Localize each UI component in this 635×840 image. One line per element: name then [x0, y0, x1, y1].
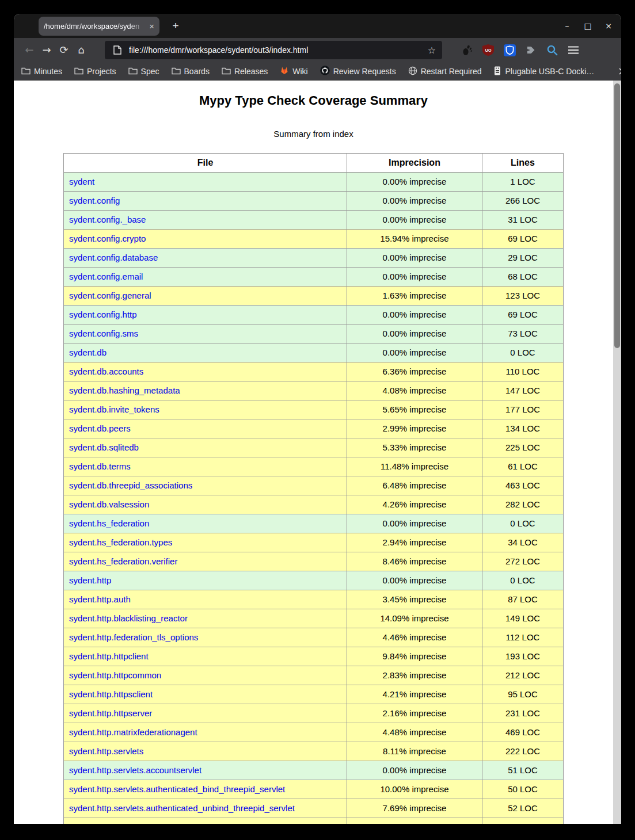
file-link[interactable]: sydent.db.accounts — [69, 366, 143, 376]
file-link[interactable]: sydent.db.threepid_associations — [69, 480, 192, 490]
imprecision-cell: 0.00% imprecise — [347, 343, 482, 362]
bookmark-item[interactable]: Plugable USB-C Docki… — [493, 66, 594, 77]
table-row: sydent.hs_federation.verifier 8.46% impr… — [64, 552, 564, 571]
file-link[interactable]: sydent.http.auth — [69, 594, 131, 604]
close-button[interactable]: × — [604, 21, 613, 30]
table-row: sydent.db.terms 11.48% imprecise 61 LOC — [64, 457, 564, 476]
tab-close-icon[interactable]: × — [149, 21, 154, 31]
url-bar[interactable]: file:///home/dmr/workspace/sydent/out3/i… — [105, 41, 442, 59]
title-bar: /home/dmr/workspace/syden × + – □ × — [14, 14, 621, 38]
bookmarks-overflow-icon[interactable] — [618, 65, 621, 78]
imprecision-cell: 0.00% imprecise — [347, 761, 482, 780]
home-icon[interactable]: ⌂ — [73, 41, 90, 59]
forward-icon[interactable]: → — [38, 41, 55, 59]
file-link[interactable]: sydent.http.matrixfederationagent — [69, 727, 197, 737]
bookmark-item[interactable]: Releases — [222, 67, 268, 77]
minimize-button[interactable]: – — [562, 21, 572, 30]
vertical-scrollbar[interactable] — [613, 81, 621, 824]
file-link[interactable]: sydent.db.valsession — [69, 499, 149, 509]
lines-cell: 50 LOC — [482, 780, 564, 799]
file-link[interactable]: sydent — [69, 177, 94, 186]
file-link[interactable]: sydent.db.peers — [69, 423, 131, 433]
file-link[interactable]: sydent.http.servlets.blindlysignstuffser… — [69, 822, 228, 824]
file-link[interactable]: sydent.http.httpsclient — [69, 689, 153, 699]
search-icon[interactable] — [546, 44, 558, 56]
file-link[interactable]: sydent.config.email — [69, 272, 143, 281]
bitwarden-icon[interactable] — [503, 44, 516, 56]
bookmark-label: Projects — [87, 67, 116, 76]
file-link[interactable]: sydent.http.httpcommon — [69, 670, 161, 680]
bookmark-label: Boards — [184, 67, 210, 76]
bookmark-item[interactable]: Boards — [172, 67, 210, 77]
back-icon[interactable]: ← — [21, 41, 38, 59]
coverage-table: File Imprecision Lines sydent 0.00% impr… — [63, 153, 564, 824]
file-link[interactable]: sydent.http.servlets.accountservlet — [69, 765, 201, 775]
table-row: sydent.db.peers 2.99% imprecise 134 LOC — [64, 419, 564, 438]
bookmark-item[interactable]: Review Requests — [320, 66, 396, 77]
imprecision-cell: 4.08% imprecise — [347, 381, 482, 400]
menu-icon[interactable] — [567, 44, 580, 56]
scrollbar-thumb[interactable] — [614, 83, 620, 348]
new-tab-button[interactable]: + — [168, 18, 183, 33]
lines-cell: 463 LOC — [482, 476, 564, 495]
table-row: sydent.db.sqlitedb 5.33% imprecise 225 L… — [64, 438, 564, 457]
reload-icon[interactable]: ⟳ — [55, 41, 73, 59]
bookmark-item[interactable]: Minutes — [21, 67, 62, 77]
file-link[interactable]: sydent.config — [69, 196, 120, 205]
file-link[interactable]: sydent.http.federation_tls_options — [69, 632, 198, 642]
extension-toolbar: UO — [461, 44, 580, 56]
file-link[interactable]: sydent.hs_federation.types — [69, 537, 172, 547]
file-link[interactable]: sydent.hs_federation — [69, 518, 149, 528]
folder-icon — [172, 67, 181, 77]
table-row: sydent.db.threepid_associations 6.48% im… — [64, 476, 564, 495]
table-row: sydent.http.federation_tls_options 4.46%… — [64, 628, 564, 647]
file-link[interactable]: sydent.db.terms — [69, 461, 131, 471]
file-link[interactable]: sydent.http.servlets.authenticated_unbin… — [69, 803, 295, 813]
file-link[interactable]: sydent.db — [69, 348, 107, 357]
file-link[interactable]: sydent.db.invite_tokens — [69, 404, 159, 414]
file-link[interactable]: sydent.config.crypto — [69, 234, 146, 243]
file-link[interactable]: sydent.http.httpserver — [69, 708, 152, 718]
lines-cell: 177 LOC — [482, 400, 564, 419]
ublock-origin-icon[interactable]: UO — [482, 44, 495, 56]
bookmark-star-icon[interactable]: ☆ — [428, 45, 436, 56]
bookmark-item[interactable]: Restart Required — [408, 66, 482, 77]
lines-cell: 69 LOC — [482, 230, 564, 249]
imprecision-cell: 4.26% imprecise — [347, 495, 482, 514]
table-row: sydent.db 0.00% imprecise 0 LOC — [64, 343, 564, 362]
plasma-integration-icon[interactable] — [524, 44, 537, 56]
file-link[interactable]: sydent.hs_federation.verifier — [69, 556, 177, 566]
file-link[interactable]: sydent.http.blacklisting_reactor — [69, 613, 188, 623]
imprecision-cell: 4.46% imprecise — [347, 628, 482, 647]
file-link[interactable]: sydent.http.servlets.authenticated_bind_… — [69, 784, 285, 794]
file-link[interactable]: sydent.config.sms — [69, 329, 138, 338]
table-row: sydent.db.invite_tokens 5.65% imprecise … — [64, 400, 564, 419]
bookmark-label: Review Requests — [333, 67, 396, 76]
bookmark-item[interactable]: Projects — [74, 67, 116, 77]
gnome-foot-icon[interactable] — [461, 44, 473, 56]
file-link[interactable]: sydent.config.http — [69, 310, 137, 319]
table-row: sydent.http.servlets 8.11% imprecise 222… — [64, 742, 564, 761]
file-link[interactable]: sydent.http.httpclient — [69, 651, 149, 661]
file-link[interactable]: sydent.http — [69, 575, 111, 585]
imprecision-cell: 4.48% imprecise — [347, 723, 482, 742]
dock-icon — [493, 66, 501, 77]
table-row: sydent.http.httpserver 2.16% imprecise 2… — [64, 704, 564, 723]
file-link[interactable]: sydent.http.servlets — [69, 746, 143, 756]
file-link[interactable]: sydent.db.sqlitedb — [69, 442, 139, 452]
lines-cell: 469 LOC — [482, 723, 564, 742]
imprecision-cell: 8.11% imprecise — [347, 742, 482, 761]
browser-tab[interactable]: /home/dmr/workspace/syden × — [39, 17, 159, 36]
table-row: sydent.db.hashing_metadata 4.08% impreci… — [64, 381, 564, 400]
file-link[interactable]: sydent.config._base — [69, 215, 146, 224]
file-link[interactable]: sydent.db.hashing_metadata — [69, 385, 180, 395]
maximize-button[interactable]: □ — [583, 21, 592, 30]
bookmark-item[interactable]: Wiki — [280, 66, 307, 77]
table-row: sydent.db.valsession 4.26% imprecise 282… — [64, 495, 564, 514]
lines-cell: 266 LOC — [482, 192, 564, 211]
bookmark-item[interactable]: Spec — [128, 67, 159, 77]
file-link[interactable]: sydent.config.general — [69, 291, 151, 300]
lines-cell: 0 LOC — [482, 343, 564, 362]
table-row: sydent.config.general 1.63% imprecise 12… — [64, 287, 564, 306]
file-link[interactable]: sydent.config.database — [69, 253, 158, 262]
